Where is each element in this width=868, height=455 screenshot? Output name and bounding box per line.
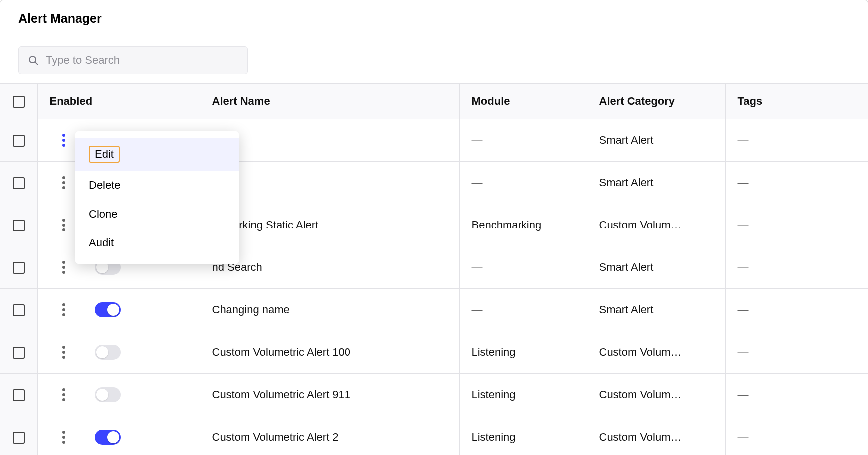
row-checkbox-cell <box>0 162 37 204</box>
menu-item-delete[interactable]: Delete <box>75 171 239 200</box>
enabled-toggle[interactable] <box>95 302 121 317</box>
menu-item-audit[interactable]: Audit <box>75 228 239 257</box>
row-checkbox[interactable] <box>13 135 25 147</box>
svg-point-12 <box>62 266 65 269</box>
search-input[interactable] <box>46 54 238 67</box>
row-module: Listening <box>459 374 587 416</box>
row-checkbox[interactable] <box>13 304 25 316</box>
row-tags: — <box>725 119 868 162</box>
svg-point-19 <box>62 356 65 359</box>
table-header-row: Enabled Alert Name Module Alert Category… <box>0 84 868 119</box>
row-alert-category: Custom Volum… <box>587 374 725 416</box>
row-enabled-cell <box>37 416 200 455</box>
more-vertical-icon <box>62 260 66 274</box>
menu-item-label: Audit <box>89 236 114 249</box>
row-checkbox[interactable] <box>13 220 25 231</box>
row-alert-category: Custom Volum… <box>587 416 725 455</box>
row-checkbox[interactable] <box>13 389 25 401</box>
table-row: Changing name—Smart Alert— <box>0 289 868 331</box>
row-actions-button[interactable] <box>57 301 71 319</box>
header-alert-name[interactable]: Alert Name <box>200 84 459 119</box>
row-tags: — <box>725 416 868 455</box>
row-checkbox-cell <box>0 416 37 455</box>
row-checkbox-cell <box>0 374 37 416</box>
row-module: — <box>459 162 587 204</box>
header-alert-category[interactable]: Alert Category <box>587 84 725 119</box>
row-alert-name[interactable]: Custom Volumetric Alert 2 <box>200 416 459 455</box>
row-actions-button[interactable] <box>57 386 71 404</box>
header-enabled[interactable]: Enabled <box>37 84 200 119</box>
row-enabled-cell <box>37 289 200 331</box>
more-vertical-icon <box>62 133 66 147</box>
more-vertical-icon <box>62 303 66 317</box>
row-enabled-cell <box>37 374 200 416</box>
more-vertical-icon <box>62 176 66 190</box>
row-checkbox[interactable] <box>13 177 25 189</box>
svg-point-7 <box>62 186 65 189</box>
svg-point-23 <box>62 431 65 434</box>
row-actions-button[interactable] <box>57 428 71 446</box>
svg-point-4 <box>62 144 65 147</box>
more-vertical-icon <box>62 345 66 359</box>
svg-point-15 <box>62 308 65 311</box>
search-box[interactable] <box>18 46 248 74</box>
row-actions-button[interactable] <box>57 131 71 149</box>
more-vertical-icon <box>62 388 66 402</box>
row-actions-button[interactable] <box>57 258 71 276</box>
row-tags: — <box>725 331 868 374</box>
row-checkbox[interactable] <box>13 432 25 444</box>
svg-point-3 <box>62 139 65 142</box>
svg-point-13 <box>62 271 65 274</box>
header-tags[interactable]: Tags <box>725 84 868 119</box>
enabled-toggle[interactable] <box>95 345 121 360</box>
svg-line-1 <box>35 62 38 65</box>
row-actions-menu: EditDeleteCloneAudit <box>75 131 239 264</box>
row-actions-button[interactable] <box>57 343 71 361</box>
row-actions-button[interactable] <box>57 216 71 234</box>
row-alert-category: Custom Volum… <box>587 331 725 374</box>
enabled-toggle[interactable] <box>95 430 121 445</box>
row-checkbox-cell <box>0 246 37 289</box>
svg-point-10 <box>62 228 65 231</box>
menu-item-label: Delete <box>89 179 121 191</box>
menu-item-label: Clone <box>89 208 117 220</box>
row-alert-category: Smart Alert <box>587 246 725 289</box>
header-module[interactable]: Module <box>459 84 587 119</box>
svg-point-22 <box>62 398 65 401</box>
row-checkbox-cell <box>0 289 37 331</box>
enabled-toggle[interactable] <box>95 387 121 402</box>
menu-item-edit[interactable]: Edit <box>75 138 239 171</box>
row-tags: — <box>725 246 868 289</box>
svg-point-24 <box>62 436 65 439</box>
table-row: Custom Volumetric Alert 100ListeningCust… <box>0 331 868 374</box>
select-all-checkbox[interactable] <box>13 96 25 108</box>
row-alert-name[interactable]: Custom Volumetric Alert 911 <box>200 374 459 416</box>
row-alert-category: Smart Alert <box>587 162 725 204</box>
panel-header: Alert Manager <box>0 0 868 37</box>
row-module: — <box>459 119 587 162</box>
row-enabled-cell <box>37 331 200 374</box>
menu-item-label: Edit <box>89 146 120 163</box>
row-tags: — <box>725 204 868 246</box>
row-module: Listening <box>459 416 587 455</box>
row-module: — <box>459 246 587 289</box>
svg-point-21 <box>62 393 65 396</box>
svg-point-11 <box>62 261 65 264</box>
row-checkbox[interactable] <box>13 262 25 274</box>
search-icon <box>28 55 39 66</box>
table-row: Custom Volumetric Alert 911ListeningCust… <box>0 374 868 416</box>
svg-point-17 <box>62 346 65 349</box>
svg-point-2 <box>62 134 65 137</box>
row-actions-button[interactable] <box>57 174 71 192</box>
row-alert-name[interactable]: Custom Volumetric Alert 100 <box>200 331 459 374</box>
row-alert-name[interactable]: Changing name <box>200 289 459 331</box>
row-checkbox-cell <box>0 331 37 374</box>
row-checkbox[interactable] <box>13 347 25 359</box>
more-vertical-icon <box>62 218 66 232</box>
header-checkbox-cell <box>0 84 37 119</box>
row-tags: — <box>725 289 868 331</box>
svg-point-16 <box>62 313 65 316</box>
svg-point-25 <box>62 441 65 444</box>
menu-item-clone[interactable]: Clone <box>75 200 239 228</box>
svg-point-8 <box>62 219 65 222</box>
